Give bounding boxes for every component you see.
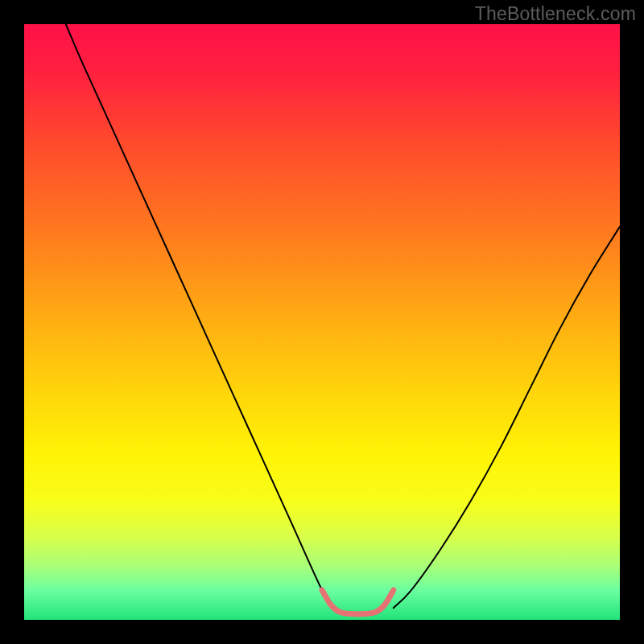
plot-area: [24, 24, 620, 620]
series-left-branch: [66, 24, 334, 608]
chart-frame: TheBottleneck.com: [0, 0, 644, 644]
curves-layer: [24, 24, 620, 620]
watermark-text: TheBottleneck.com: [475, 3, 636, 25]
series-valley-highlight: [322, 590, 394, 614]
series-right-branch: [394, 227, 620, 609]
